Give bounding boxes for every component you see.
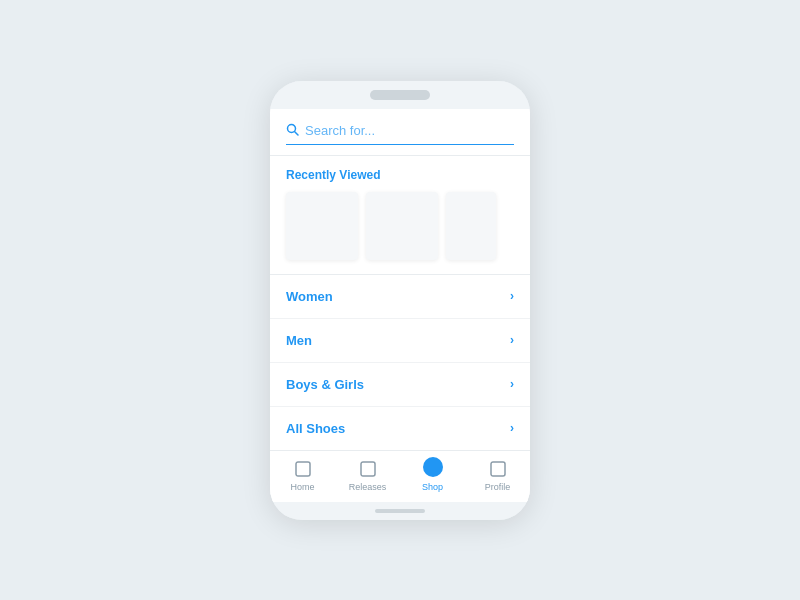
bottom-nav: Home Releases Shop (270, 450, 530, 502)
nav-item-shop[interactable]: Shop (400, 459, 465, 492)
chevron-right-icon-all-shoes: › (510, 421, 514, 435)
category-item-boys-girls[interactable]: Boys & Girls › (270, 363, 530, 407)
search-icon (286, 123, 299, 139)
search-bar[interactable] (286, 123, 514, 145)
thumbnails-row (286, 192, 514, 260)
screen: Recently Viewed Women › Men › Boys & Gir… (270, 109, 530, 502)
nav-label-home: Home (290, 482, 314, 492)
nav-item-profile[interactable]: Profile (465, 459, 530, 492)
home-indicator (375, 509, 425, 513)
category-label-all-shoes: All Shoes (286, 421, 345, 436)
search-input[interactable] (305, 123, 514, 138)
category-item-women[interactable]: Women › (270, 275, 530, 319)
category-label-women: Women (286, 289, 333, 304)
search-section (270, 109, 530, 156)
nav-item-home[interactable]: Home (270, 459, 335, 492)
notch (370, 90, 430, 100)
category-label-men: Men (286, 333, 312, 348)
category-item-men[interactable]: Men › (270, 319, 530, 363)
category-item-all-shoes[interactable]: All Shoes › (270, 407, 530, 450)
home-icon (293, 459, 313, 479)
nav-label-shop: Shop (422, 482, 443, 492)
categories-section: Women › Men › Boys & Girls › All Shoes › (270, 275, 530, 450)
svg-rect-4 (491, 462, 505, 476)
thumbnail-1[interactable] (286, 192, 358, 260)
phone-shell: Recently Viewed Women › Men › Boys & Gir… (270, 81, 530, 520)
nav-label-profile: Profile (485, 482, 511, 492)
chevron-right-icon-boys-girls: › (510, 377, 514, 391)
svg-rect-2 (296, 462, 310, 476)
nav-label-releases: Releases (349, 482, 387, 492)
phone-top-bar (270, 81, 530, 109)
thumbnail-3[interactable] (446, 192, 496, 260)
recently-viewed-section: Recently Viewed (270, 156, 530, 275)
phone-bottom-bar (270, 502, 530, 520)
chevron-right-icon-women: › (510, 289, 514, 303)
nav-item-releases[interactable]: Releases (335, 459, 400, 492)
chevron-right-icon-men: › (510, 333, 514, 347)
releases-icon (358, 459, 378, 479)
profile-icon (488, 459, 508, 479)
category-label-boys-girls: Boys & Girls (286, 377, 364, 392)
thumbnail-2[interactable] (366, 192, 438, 260)
recently-viewed-title: Recently Viewed (286, 168, 514, 182)
shop-icon (423, 459, 443, 479)
svg-line-1 (295, 131, 299, 135)
svg-rect-3 (361, 462, 375, 476)
